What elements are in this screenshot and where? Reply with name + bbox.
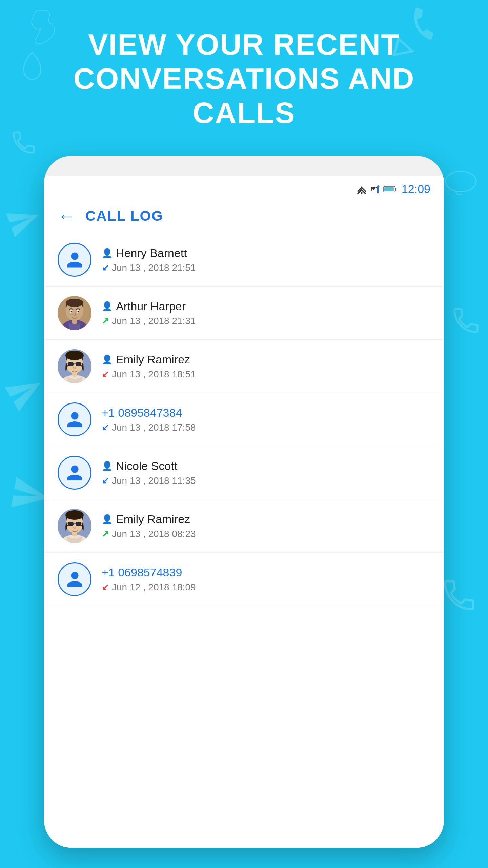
call-info-arthur: 👤 Arthur Harper ↗ Jun 13 , 2018 21:31 — [102, 300, 430, 327]
contact-icon-emily-1: 👤 — [102, 354, 113, 365]
caller-name-emily-2: 👤 Emily Ramirez — [102, 513, 430, 526]
svg-point-17 — [78, 311, 79, 312]
call-item-emily-ramirez-1[interactable]: 👤 Emily Ramirez ↙ Jun 13 , 2018 18:51 — [44, 340, 444, 393]
back-button[interactable]: ← — [58, 206, 75, 226]
call-date-nicole: ↙ Jun 13 , 2018 11:35 — [102, 475, 430, 486]
call-info-nicole: 👤 Nicole Scott ↙ Jun 13 , 2018 11:35 — [102, 459, 430, 486]
contact-icon-arthur: 👤 — [102, 301, 113, 312]
call-item-number-1[interactable]: +1 0895847384 ↙ Jun 13 , 2018 17:58 — [44, 393, 444, 446]
svg-point-14 — [71, 311, 73, 313]
status-time: 12:09 — [402, 182, 430, 196]
call-arrow-henry: ↙ — [102, 262, 109, 273]
avatar-arthur-harper — [58, 296, 92, 330]
call-item-arthur-harper[interactable]: 👤 Arthur Harper ↗ Jun 13 , 2018 21:31 — [44, 287, 444, 340]
wifi-icon — [356, 184, 367, 194]
header-text: VIEW YOUR RECENT CONVERSATIONS AND CALLS — [0, 27, 488, 130]
page-title: CALL LOG — [85, 208, 163, 224]
call-date-arthur: ↗ Jun 13 , 2018 21:31 — [102, 316, 430, 327]
svg-rect-23 — [68, 362, 74, 366]
call-arrow-emily-2: ↗ — [102, 529, 109, 539]
nav-bar: ← CALL LOG — [44, 199, 444, 233]
call-arrow-arthur: ↗ — [102, 316, 109, 326]
battery-icon — [383, 185, 397, 193]
avatar-nicole-scott — [58, 456, 92, 490]
call-date-henry: ↙ Jun 13 , 2018 21:51 — [102, 262, 430, 273]
call-info-number-1: +1 0895847384 ↙ Jun 13 , 2018 17:58 — [102, 406, 430, 433]
call-arrow-number-1: ↙ — [102, 422, 109, 433]
caller-name-number-1: +1 0895847384 — [102, 406, 430, 419]
call-item-number-2[interactable]: +1 0698574839 ↙ Jun 12 , 2018 18:09 — [44, 553, 444, 606]
avatar-emily-ramirez-1 — [58, 349, 92, 383]
signal-icon — [370, 184, 380, 194]
contact-icon: 👤 — [102, 248, 113, 258]
call-info-henry: 👤 Henry Barnett ↙ Jun 13 , 2018 21:51 — [102, 246, 430, 273]
avatar-emily-ramirez-2 — [58, 509, 92, 543]
svg-rect-30 — [68, 522, 74, 526]
call-date-number-1: ↙ Jun 13 , 2018 17:58 — [102, 422, 430, 433]
call-date-number-2: ↙ Jun 12 , 2018 18:09 — [102, 582, 430, 593]
caller-name-emily-1: 👤 Emily Ramirez — [102, 353, 430, 366]
call-arrow-nicole: ↙ — [102, 475, 109, 486]
svg-point-16 — [72, 311, 72, 312]
contact-icon-emily-2: 👤 — [102, 514, 113, 525]
caller-name-number-2: +1 0698574839 — [102, 566, 430, 579]
avatar-henry-barnett — [58, 243, 92, 277]
caller-name-arthur: 👤 Arthur Harper — [102, 300, 430, 313]
caller-name-nicole: 👤 Nicole Scott — [102, 459, 430, 473]
call-list: 👤 Henry Barnett ↙ Jun 13 , 2018 21:51 — [44, 233, 444, 606]
call-item-emily-ramirez-2[interactable]: 👤 Emily Ramirez ↗ Jun 13 , 2018 08:23 — [44, 499, 444, 553]
call-info-emily-1: 👤 Emily Ramirez ↙ Jun 13 , 2018 18:51 — [102, 353, 430, 380]
header-line1: VIEW YOUR RECENT — [27, 27, 461, 61]
call-item-henry-barnett[interactable]: 👤 Henry Barnett ↙ Jun 13 , 2018 21:51 — [44, 233, 444, 287]
svg-rect-31 — [76, 522, 81, 526]
svg-rect-5 — [395, 188, 396, 191]
header-line2: CONVERSATIONS AND CALLS — [27, 61, 461, 130]
call-info-number-2: +1 0698574839 ↙ Jun 12 , 2018 18:09 — [102, 566, 430, 593]
avatar-number-2 — [58, 562, 92, 596]
call-date-emily-1: ↙ Jun 13 , 2018 18:51 — [102, 369, 430, 380]
call-arrow-emily-1: ↙ — [102, 369, 109, 379]
phone-mockup: 12:09 ← CALL LOG 👤 Henry Barnett — [44, 156, 444, 848]
caller-name-henry: 👤 Henry Barnett — [102, 246, 430, 260]
avatar-number-1 — [58, 402, 92, 436]
phone-screen: 12:09 ← CALL LOG 👤 Henry Barnett — [44, 176, 444, 848]
call-info-emily-2: 👤 Emily Ramirez ↗ Jun 13 , 2018 08:23 — [102, 513, 430, 539]
svg-rect-24 — [76, 362, 81, 366]
svg-point-0 — [446, 171, 476, 192]
call-arrow-number-2: ↙ — [102, 582, 109, 592]
svg-point-3 — [361, 192, 362, 194]
svg-point-15 — [78, 311, 79, 313]
svg-rect-6 — [384, 187, 394, 191]
contact-icon-nicole: 👤 — [102, 461, 113, 471]
status-icons — [356, 184, 397, 194]
call-item-nicole-scott[interactable]: 👤 Nicole Scott ↙ Jun 13 , 2018 11:35 — [44, 446, 444, 499]
status-bar: 12:09 — [44, 176, 444, 199]
call-date-emily-2: ↗ Jun 13 , 2018 08:23 — [102, 529, 430, 539]
